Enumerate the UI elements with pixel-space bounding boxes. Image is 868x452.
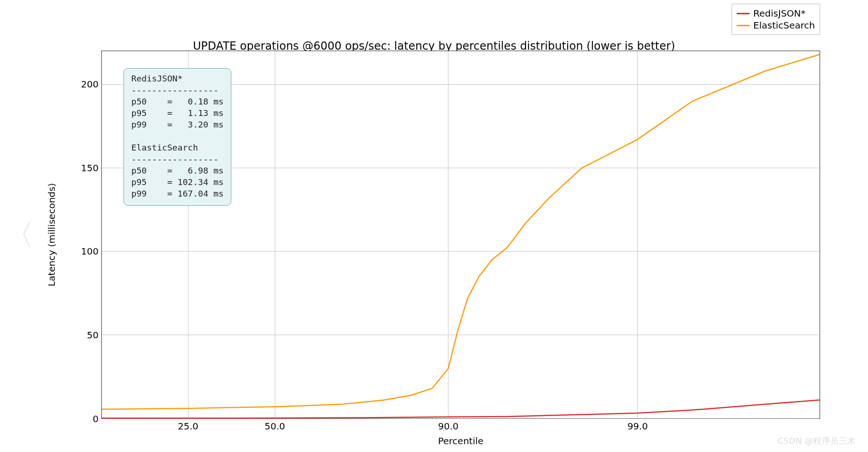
legend-swatch-icon bbox=[737, 25, 750, 26]
legend: RedisJSON* ElasticSearch bbox=[732, 4, 820, 35]
legend-label: RedisJSON* bbox=[753, 8, 805, 19]
y-tick-label: 50 bbox=[87, 330, 99, 341]
y-tick-label: 200 bbox=[81, 79, 99, 90]
stats-annotation-box: RedisJSON* ----------------- p50 = 0.18 … bbox=[123, 68, 231, 206]
y-tick-label: 150 bbox=[81, 162, 99, 174]
x-axis-label: Percentile bbox=[438, 435, 484, 446]
y-tick-label: 0 bbox=[93, 413, 99, 424]
x-tick-label: 99.0 bbox=[628, 421, 648, 432]
legend-label: ElasticSearch bbox=[753, 20, 815, 31]
chart-container: 〈 UPDATE operations @6000 ops/sec: laten… bbox=[0, 0, 868, 452]
legend-item-elasticsearch: ElasticSearch bbox=[737, 20, 815, 31]
y-axis-label: Latency (milliseconds) bbox=[46, 183, 57, 286]
watermark-text: CSDN @程序员三木 bbox=[777, 435, 856, 446]
series-line bbox=[102, 400, 820, 418]
legend-swatch-icon bbox=[737, 13, 750, 14]
y-tick-label: 100 bbox=[81, 246, 99, 257]
x-tick-label: 90.0 bbox=[438, 421, 459, 432]
legend-item-redisjson: RedisJSON* bbox=[737, 8, 815, 19]
x-tick-label: 50.0 bbox=[264, 421, 285, 432]
prev-chevron-icon[interactable]: 〈 bbox=[5, 220, 34, 249]
x-tick-label: 25.0 bbox=[178, 421, 199, 432]
